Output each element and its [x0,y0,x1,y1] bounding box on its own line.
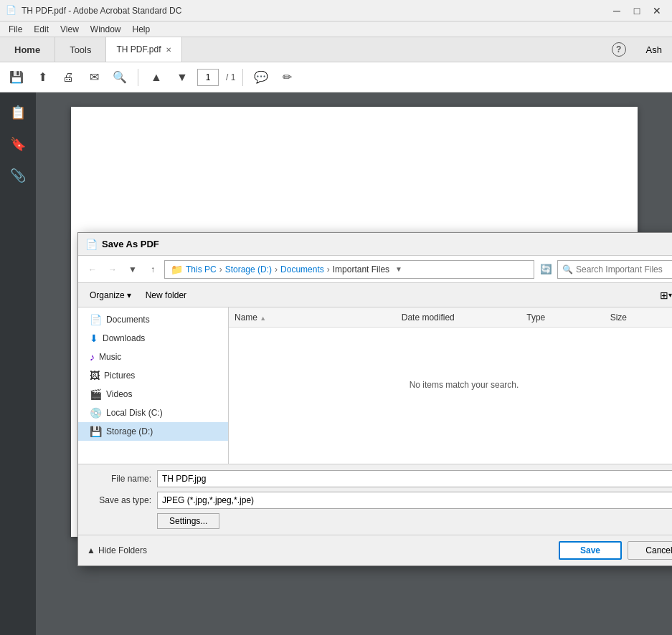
tab-document[interactable]: TH PDF.pdf ✕ [106,37,181,62]
local-disk-icon: 💿 [90,407,102,419]
crumb-important-files: Important Files [333,264,389,274]
file-name-row: File name: ▼ [87,470,672,487]
dialog-form: File name: ▼ Save as type: ▼ [78,464,672,535]
user-name: Ash [646,44,662,55]
refresh-button[interactable]: 🔄 [537,261,554,278]
save-type-input[interactable] [157,492,672,509]
search-button[interactable]: 🔍 [109,67,131,88]
close-button[interactable]: ✕ [648,4,666,18]
dialog-overlay: 📄 Save As PDF ✕ ← → ▼ ↑ 📁 This PC › Stor… [36,92,672,635]
col-size-header[interactable]: Size [610,312,672,323]
print-button[interactable]: 🖨 [57,67,79,88]
sign-button[interactable]: ✏ [276,67,298,88]
tab-user[interactable]: Ash [636,37,672,62]
comment-button[interactable]: 💬 [250,67,272,88]
tab-home[interactable]: Home [0,37,55,62]
videos-icon: 🎬 [90,388,102,400]
menu-edit[interactable]: Edit [28,23,55,36]
menu-help[interactable]: Help [127,23,156,36]
window-controls: ─ □ ✕ [607,4,666,18]
page-number-input[interactable] [197,69,219,86]
tree-item-videos[interactable]: 🎬 Videos [78,385,228,404]
prev-page-button[interactable]: ▲ [146,67,167,88]
crumb-documents[interactable]: Documents [280,264,324,274]
tree-label-storage: Storage (D:) [106,426,153,436]
tree-item-storage[interactable]: 💾 Storage (D:) [78,422,228,441]
menu-view[interactable]: View [55,23,85,36]
sidebar-page-icon[interactable]: 📋 [5,100,31,125]
tab-home-label: Home [14,44,40,55]
nav-recent-button[interactable]: ▼ [124,261,141,278]
main-toolbar: 💾 ⬆ 🖨 ✉ 🔍 ▲ ▼ / 1 💬 ✏ [0,62,672,92]
page-total: / 1 [226,72,235,82]
minimize-button[interactable]: ─ [607,4,626,18]
cancel-button[interactable]: Cancel [628,541,672,560]
tree-item-music[interactable]: ♪ Music [78,348,228,366]
documents-icon: 📄 [90,314,102,325]
save-tool-button[interactable]: 💾 [6,67,27,88]
toolbar-separator [138,69,138,86]
app-icon: 📄 [6,5,17,16]
crumb-sep-1: › [219,264,222,274]
col-name-header[interactable]: Name ▲ [235,312,402,323]
crumb-sep-2: › [275,264,278,274]
settings-button[interactable]: Settings... [157,513,219,529]
downloads-icon: ⬇ [90,333,98,344]
view-chevron-icon: ▾ [668,291,672,299]
crumb-this-pc[interactable]: This PC [186,264,217,274]
crumb-storage[interactable]: Storage (D:) [225,264,272,274]
save-type-label: Save as type: [87,495,151,505]
pictures-icon: 🖼 [90,370,100,381]
menu-window[interactable]: Window [85,23,127,36]
new-folder-button[interactable]: New folder [140,288,192,302]
col-type-header[interactable]: Type [526,312,610,323]
tab-help[interactable]: ? [602,37,636,62]
save-type-input-wrap: ▼ [157,492,672,509]
tree-item-local-disk[interactable]: 💿 Local Disk (C:) [78,404,228,422]
tree-label-documents: Documents [106,315,150,325]
col-date-header[interactable]: Date modified [402,312,527,323]
tree-item-documents[interactable]: 📄 Documents [78,310,228,329]
col-size-label: Size [610,312,627,323]
tab-close-icon[interactable]: ✕ [166,46,171,54]
organize-button[interactable]: Organize ▾ [84,288,137,302]
file-area: 📄 Documents ⬇ Downloads ♪ Music 🖼 [78,307,672,464]
maximize-button[interactable]: □ [628,4,646,18]
search-box[interactable]: 🔍 [557,260,672,279]
tree-label-local-disk: Local Disk (C:) [106,408,163,418]
tab-spacer [182,37,602,62]
title-bar-text: TH PDF.pdf - Adobe Acrobat Standard DC [22,6,607,16]
hide-folders-button[interactable]: ▲ Hide Folders [87,545,147,555]
view-toggle-button[interactable]: ⊞ ▾ [656,286,672,305]
menu-file[interactable]: File [3,23,28,36]
path-dropdown-icon: ▼ [395,265,402,273]
col-date-label: Date modified [402,312,455,323]
next-page-button[interactable]: ▼ [171,67,193,88]
email-button[interactable]: ✉ [83,67,105,88]
nav-back-button[interactable]: ← [84,261,101,278]
tree-label-downloads: Downloads [103,333,145,343]
nav-up-button[interactable]: ↑ [144,261,161,278]
tree-item-pictures[interactable]: 🖼 Pictures [78,366,228,385]
search-input[interactable] [576,264,672,274]
tab-doc-label: TH PDF.pdf [116,44,161,54]
tree-item-downloads[interactable]: ⬇ Downloads [78,329,228,348]
tree-label-music: Music [99,352,121,362]
address-bar: ← → ▼ ↑ 📁 This PC › Storage (D:) › Docum… [78,256,672,283]
save-as-dialog: 📄 Save As PDF ✕ ← → ▼ ↑ 📁 This PC › Stor… [77,232,672,566]
main-area: 📋 🔖 📎 tom'sHARDWARE 📄 Save As PDF ✕ ← [0,92,672,635]
tree-label-pictures: Pictures [104,371,135,381]
sidebar-bookmark-icon[interactable]: 🔖 [5,131,31,157]
upload-button[interactable]: ⬆ [32,67,53,88]
nav-forward-button[interactable]: → [104,261,121,278]
hide-folders-label: Hide Folders [98,545,147,555]
storage-icon: 💾 [90,426,102,437]
file-list: Name ▲ Date modified Type Size [229,307,672,464]
save-button[interactable]: Save [559,541,622,560]
tab-tools[interactable]: Tools [55,37,106,62]
hide-folders-chevron-icon: ▲ [87,545,95,555]
dialog-title-text: Save As PDF [102,239,671,249]
address-path[interactable]: 📁 This PC › Storage (D:) › Documents › I… [164,260,534,279]
file-name-input[interactable] [157,470,672,487]
sidebar-attach-icon[interactable]: 📎 [5,163,31,188]
